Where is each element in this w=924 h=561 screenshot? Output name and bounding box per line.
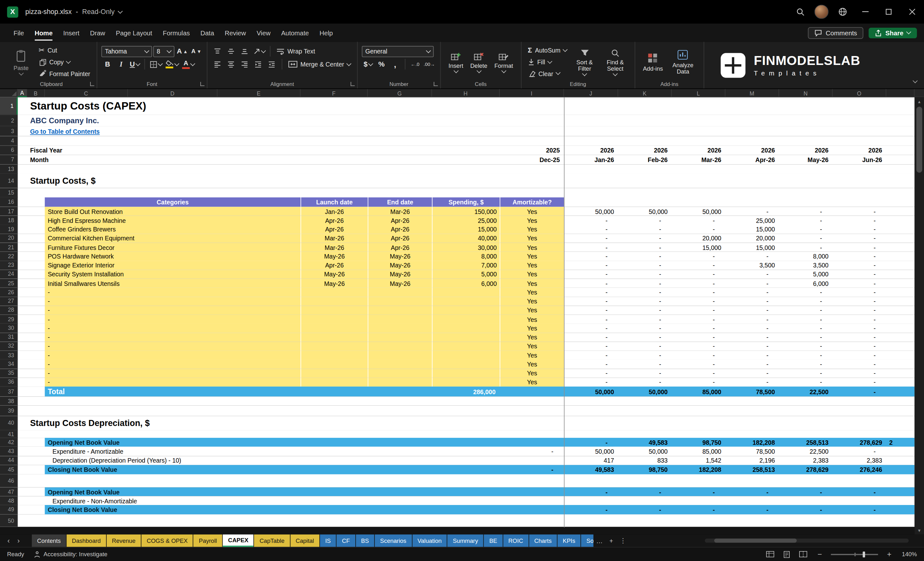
cell-I36[interactable]: Yes <box>500 378 564 387</box>
cell-J24[interactable]: - <box>564 270 618 279</box>
sheet-tab-capital[interactable]: Capital <box>290 535 320 547</box>
cell-I33[interactable]: Yes <box>500 351 564 360</box>
increase-decimal-button[interactable]: ←.0 <box>409 58 421 70</box>
cell-F16[interactable]: Launch date <box>301 197 368 207</box>
cell-M6[interactable]: 2026 <box>725 146 779 155</box>
cell-G27[interactable] <box>368 297 432 306</box>
sheet-tab-so[interactable]: So <box>581 535 594 547</box>
cell-I6[interactable]: 2025 <box>500 146 564 155</box>
cell-O24[interactable]: - <box>832 270 886 279</box>
column-header-M[interactable]: M <box>725 89 779 97</box>
sort-filter-button[interactable]: Sort & Filter <box>569 45 600 79</box>
cell-C30[interactable]: - <box>45 324 301 333</box>
column-header-L[interactable]: L <box>672 89 725 97</box>
cell-L33[interactable]: - <box>672 351 725 360</box>
zoom-out-button[interactable]: − <box>814 550 825 558</box>
normal-view-button[interactable] <box>765 550 775 558</box>
sheet-tab-is[interactable]: IS <box>320 535 336 547</box>
cell-K22[interactable]: - <box>618 252 672 261</box>
cell-N32[interactable]: - <box>779 342 832 351</box>
cell-O43[interactable]: - <box>832 447 886 456</box>
cell-M25[interactable]: - <box>725 279 779 288</box>
cell-G22[interactable]: May-26 <box>368 252 432 261</box>
cell-I27[interactable]: Yes <box>500 297 564 306</box>
cell-L25[interactable]: - <box>672 279 725 288</box>
cell-J20[interactable]: - <box>564 234 618 243</box>
cell-H27[interactable] <box>432 297 500 306</box>
row-header-44[interactable]: 44 <box>0 456 18 465</box>
cell-L32[interactable]: - <box>672 342 725 351</box>
cell-K21[interactable]: - <box>618 243 672 252</box>
cell-G25[interactable]: May-26 <box>368 279 432 288</box>
cell-G33[interactable] <box>368 351 432 360</box>
cell-L28[interactable]: - <box>672 306 725 315</box>
cell-K33[interactable]: - <box>618 351 672 360</box>
cell-H18[interactable]: 25,000 <box>432 216 500 225</box>
minimize-button[interactable] <box>854 0 877 24</box>
cell-N30[interactable]: - <box>779 324 832 333</box>
cell-G16[interactable]: End date <box>368 197 432 207</box>
cell-L21[interactable]: 15,000 <box>672 243 725 252</box>
cell-M34[interactable]: - <box>725 360 779 368</box>
features-button[interactable] <box>832 0 854 24</box>
row-header-39[interactable]: 39 <box>0 405 18 416</box>
align-left-button[interactable] <box>212 58 224 70</box>
cell-N44[interactable]: 2,383 <box>779 456 832 465</box>
align-middle-button[interactable] <box>225 45 237 57</box>
row-header-37[interactable]: 37 <box>0 387 18 396</box>
row-header-30[interactable]: 30 <box>0 324 18 333</box>
cell-N6[interactable]: 2026 <box>779 146 832 155</box>
cell-M43[interactable]: 78,500 <box>725 447 779 456</box>
cell-M20[interactable]: 20,000 <box>725 234 779 243</box>
cell-L26[interactable]: - <box>672 288 725 297</box>
cell-K18[interactable]: - <box>618 216 672 225</box>
increase-indent-button[interactable] <box>266 58 278 70</box>
row-header-32[interactable]: 32 <box>0 342 18 351</box>
increase-font-size-button[interactable]: A▲ <box>176 45 189 57</box>
row-header-18[interactable]: 18 <box>0 216 18 225</box>
cell-C32[interactable]: - <box>45 342 301 351</box>
section-title-startup-costs[interactable]: Startup Costs, $ <box>27 174 368 188</box>
sheet-tab-scenarios[interactable]: Scenarios <box>375 535 412 547</box>
row-header-24[interactable]: 24 <box>0 270 18 279</box>
cell-N22[interactable]: 8,000 <box>779 252 832 261</box>
cell-L43[interactable]: 85,000 <box>672 447 725 456</box>
maximize-button[interactable] <box>877 0 900 24</box>
row-header-25[interactable]: 25 <box>0 279 18 288</box>
cell-L47[interactable]: - <box>672 487 725 496</box>
vertical-scrollbar-thumb[interactable] <box>916 106 922 172</box>
cell-L27[interactable]: - <box>672 297 725 306</box>
scroll-down-arrow[interactable]: ▼ <box>915 527 924 534</box>
section-title-depreciation[interactable]: Startup Costs Depreciation, $ <box>27 416 432 430</box>
decrease-indent-button[interactable] <box>252 58 265 70</box>
cell-O42[interactable]: 278,629 <box>832 438 886 447</box>
cell-N33[interactable]: - <box>779 351 832 360</box>
cell-M30[interactable]: - <box>725 324 779 333</box>
cell-L17[interactable]: 50,000 <box>672 207 725 216</box>
sheet-tab-captable[interactable]: CapTable <box>254 535 290 547</box>
cell-N42[interactable]: 258,513 <box>779 438 832 447</box>
cell-G18[interactable]: Apr-26 <box>368 216 432 225</box>
cell-L44[interactable]: 1,542 <box>672 456 725 465</box>
cell-I20[interactable]: Yes <box>500 234 564 243</box>
account-button[interactable] <box>811 0 832 24</box>
search-button[interactable] <box>790 0 811 24</box>
cell-F18[interactable]: Apr-26 <box>301 216 368 225</box>
menu-item-page-layout[interactable]: Page Layout <box>111 24 158 41</box>
cell-C35[interactable]: - <box>45 369 301 378</box>
cell-L36[interactable]: - <box>672 378 725 387</box>
column-header-G[interactable]: G <box>368 89 432 97</box>
menu-item-data[interactable]: Data <box>195 24 219 41</box>
clear-button[interactable]: Clear <box>525 68 569 79</box>
cell-K43[interactable]: 50,000 <box>618 447 672 456</box>
cell-N17[interactable]: - <box>779 207 832 216</box>
cell-C18[interactable]: High End Espresso Machine <box>45 216 301 225</box>
cell-N24[interactable]: 5,000 <box>779 270 832 279</box>
paste-button[interactable]: Paste <box>10 45 32 79</box>
cell-K29[interactable]: - <box>618 315 672 324</box>
horizontal-scrollbar-thumb[interactable] <box>714 539 796 543</box>
cell-K47[interactable]: - <box>618 487 672 496</box>
cell-O30[interactable]: - <box>832 324 886 333</box>
cell-M22[interactable]: - <box>725 252 779 261</box>
cell-H28[interactable] <box>432 306 500 315</box>
